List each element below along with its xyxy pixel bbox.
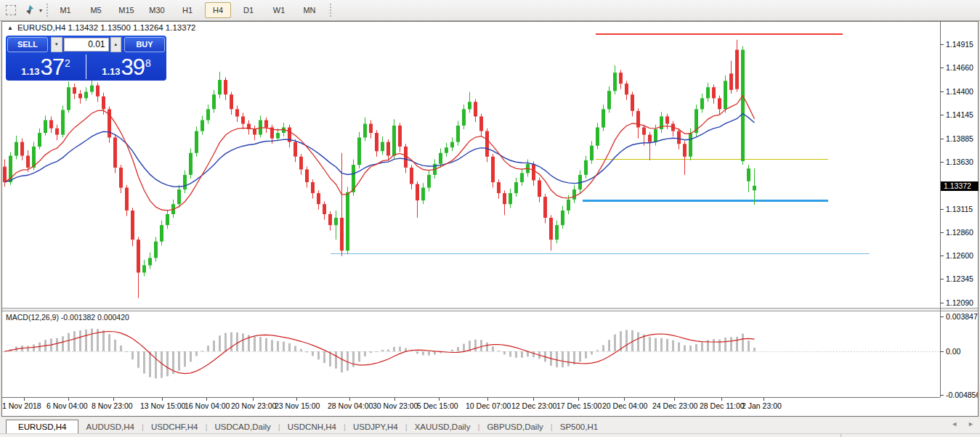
toolbar-separator xyxy=(330,4,331,17)
price-axis-label: 1.12860 xyxy=(946,228,973,237)
macd-axis-label: -0.004856 xyxy=(946,391,978,399)
volume-increase-button[interactable]: ▲ xyxy=(110,37,122,52)
price-axis-label: 1.14660 xyxy=(946,63,973,72)
chart-tab-usdjpy-h4[interactable]: USDJPY,H4 xyxy=(346,420,405,433)
chart-tools-glyph xyxy=(24,4,36,16)
ma-fast-line xyxy=(5,96,755,211)
timeframe-button-mn[interactable]: MN xyxy=(296,2,323,18)
price-axis-label: 1.14145 xyxy=(946,110,973,119)
chart-tab-bar: EURUSD,H4AUDUSD,H4|USDCHF,H4|USDCAD,Dail… xyxy=(0,417,980,433)
toolbar: ▾ M1M5M15M30H1H4D1W1MN xyxy=(0,0,980,21)
chart-canvas[interactable]: 1.149151.146601.144001.141451.138851.136… xyxy=(2,22,978,416)
timeframe-button-m15[interactable]: M15 xyxy=(113,2,139,18)
status-strip-divider xyxy=(841,434,841,437)
time-axis-label: 1 Nov 2018 xyxy=(2,401,41,410)
price-axis-label: 1.14400 xyxy=(946,87,973,96)
price-axis-label: 1.13115 xyxy=(946,205,973,213)
timeframe-button-m5[interactable]: M5 xyxy=(83,2,109,18)
current-price-tag: 1.13372 xyxy=(941,181,979,191)
chart-tab-usdchf-h4[interactable]: USDCHF,H4 xyxy=(144,420,206,433)
chart-title: EURUSD,H4 1.13432 1.13500 1.13264 1.1337… xyxy=(17,23,196,32)
time-axis-label: 17 Dec 15:00 xyxy=(556,401,602,410)
timeframe-button-h1[interactable]: H1 xyxy=(174,2,201,18)
one-click-controls-row: SELL ▼ ▲ BUY xyxy=(6,36,166,52)
time-axis-label: 2 Jan 23:00 xyxy=(742,401,782,410)
buy-button[interactable]: BUY xyxy=(124,37,165,52)
horizontal-levels-layer[interactable] xyxy=(331,34,870,253)
chart-title-row: ▲ EURUSD,H4 1.13432 1.13500 1.13264 1.13… xyxy=(7,23,195,32)
time-axis-label: 12 Dec 23:00 xyxy=(511,401,557,410)
sell-button[interactable]: SELL xyxy=(7,37,48,52)
chart-tab-sp500-h1[interactable]: SP500,H1 xyxy=(553,420,605,433)
chart-tab-usdcnh-h4[interactable]: USDCNH,H4 xyxy=(280,420,344,433)
chart-tab-list: EURUSD,H4AUDUSD,H4|USDCHF,H4|USDCAD,Dail… xyxy=(0,420,605,433)
time-axis-label: 24 Dec 23:00 xyxy=(652,401,698,410)
chart-tab-eurusd-h4[interactable]: EURUSD,H4 xyxy=(6,420,78,433)
sell-price-pips: 37 xyxy=(41,57,64,78)
time-axis-label: 6 Nov 04:00 xyxy=(46,401,88,410)
chart-tab-usdcad-daily[interactable]: USDCAD,Daily xyxy=(207,420,278,433)
time-axis-label: 10 Dec 07:00 xyxy=(466,401,511,410)
time-axis-label: 8 Nov 23:00 xyxy=(92,401,133,410)
ma-slow-line xyxy=(5,114,755,187)
one-click-price-row: 1.13 37 2 1.13 39 8 xyxy=(6,53,166,81)
moving-averages-layer xyxy=(5,96,755,211)
one-click-collapse-triangle[interactable]: ▲ xyxy=(7,25,13,31)
price-axis-label: 1.13885 xyxy=(946,134,973,143)
buy-price-display[interactable]: 1.13 39 8 xyxy=(86,53,166,81)
chart-tools-icon[interactable] xyxy=(22,2,38,18)
sell-price-point: 2 xyxy=(65,57,70,69)
time-axis-label: 23 Nov 15:00 xyxy=(275,401,320,410)
time-axis-label: 16 Nov 04:00 xyxy=(185,401,230,410)
macd-indicator-label: MACD(12,26,9) -0.001382 0.000420 xyxy=(6,313,129,322)
time-axis-label: 20 Nov 23:00 xyxy=(231,401,277,410)
chart-tab-xauusd-daily[interactable]: XAUUSD,Daily xyxy=(408,420,478,433)
timeframe-button-h4[interactable]: H4 xyxy=(205,2,231,18)
buy-price-pips: 39 xyxy=(121,57,145,78)
select-rectangle-icon[interactable] xyxy=(3,2,19,18)
chart-tab-audusd-h4[interactable]: AUDUSD,H4 xyxy=(78,420,141,433)
volume-input[interactable] xyxy=(64,38,109,52)
timeframe-button-group: M1M5M15M30H1H4D1W1MN xyxy=(52,2,323,18)
tab-scroll-right-icon[interactable]: ► xyxy=(968,420,974,428)
buy-price-prefix: 1.13 xyxy=(102,66,120,77)
volume-decrease-button[interactable]: ▼ xyxy=(51,37,62,52)
macd-layer xyxy=(2,329,940,379)
price-axis-label: 1.12600 xyxy=(946,251,973,260)
macd-signal-line xyxy=(5,332,755,374)
price-axis-label: 1.12090 xyxy=(946,298,973,307)
time-axis-label: 13 Nov 15:00 xyxy=(140,401,186,410)
macd-axis-label: 0.003847 xyxy=(946,312,978,321)
mt4-application-window: ▾ M1M5M15M30H1H4D1W1MN 1.149151.146601.1… xyxy=(0,0,980,437)
timeframe-button-d1[interactable]: D1 xyxy=(235,2,262,18)
time-axis-label: 28 Nov 04:00 xyxy=(328,401,373,410)
sell-price-prefix: 1.13 xyxy=(21,66,39,77)
dropdown-caret-icon[interactable]: ▾ xyxy=(39,7,42,14)
timeframe-button-m30[interactable]: M30 xyxy=(144,2,170,18)
buy-price-point: 8 xyxy=(145,57,151,69)
price-axis-label: 1.12345 xyxy=(946,274,973,283)
time-axis-label: 20 Dec 04:00 xyxy=(602,401,648,410)
time-axis-label: 5 Dec 15:00 xyxy=(417,401,458,410)
timeframe-button-m1[interactable]: M1 xyxy=(52,2,78,18)
timeframe-button-w1[interactable]: W1 xyxy=(266,2,292,18)
toolbar-separator xyxy=(46,4,48,17)
status-strip xyxy=(0,433,980,437)
price-axis-label: 1.14915 xyxy=(946,40,973,49)
macd-axis-label: 0.00 xyxy=(946,347,961,356)
one-click-trading-panel: SELL ▼ ▲ BUY 1.13 37 2 1.13 39 8 xyxy=(6,36,166,81)
tab-scroll-controls: ◄ ► xyxy=(951,420,974,428)
chart-tab-gbpusd-daily[interactable]: GBPUSD,Daily xyxy=(479,420,550,433)
sell-price-display[interactable]: 1.13 37 2 xyxy=(6,53,86,81)
time-axis-label: 28 Dec 11:00 xyxy=(700,401,745,410)
dashed-box-glyph xyxy=(6,5,16,15)
time-axis-label: 30 Nov 23:00 xyxy=(373,401,418,410)
tab-scroll-left-icon[interactable]: ◄ xyxy=(951,420,957,428)
price-axis-label: 1.13630 xyxy=(946,158,973,166)
